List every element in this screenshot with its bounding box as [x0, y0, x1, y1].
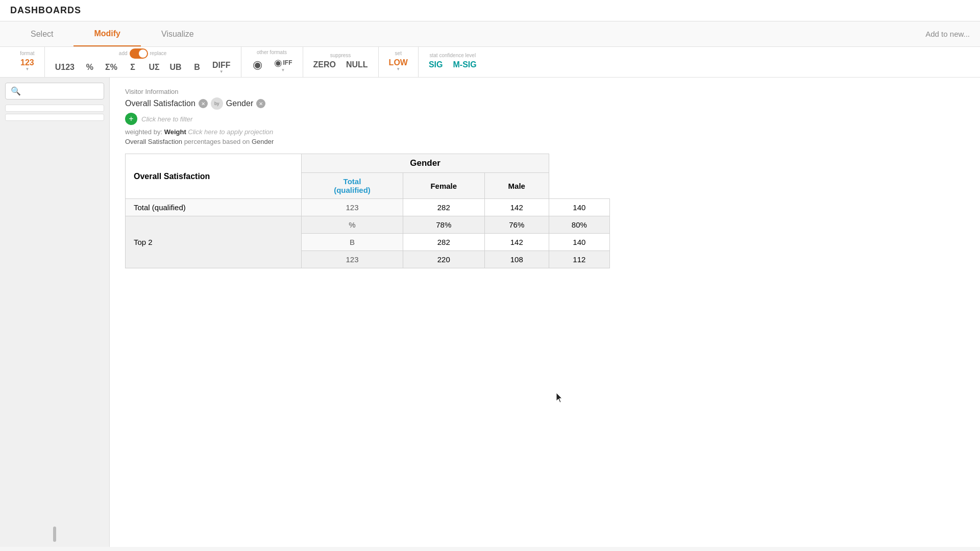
toolbar-set-section: set LOW ▼	[379, 47, 419, 77]
tab-select[interactable]: Select	[10, 22, 74, 46]
row-subtype-top2-123: 123	[302, 251, 403, 268]
cell-top2-percent-female: 76%	[484, 216, 549, 234]
filter-tag-close-gender[interactable]: ✕	[256, 99, 265, 108]
toolbar-item-low[interactable]: LOW ▼	[385, 56, 412, 73]
toolbar-item-u123[interactable]: U123	[51, 59, 79, 76]
toolbar-item-percent[interactable]: %	[80, 59, 100, 76]
filter-tag-main-label: Overall Satisfaction	[125, 99, 195, 108]
filter-by-icon: by	[211, 97, 223, 110]
toolbar-stat-confidence-section: stat confidence level SIG M-SIG	[419, 47, 487, 77]
table-row: Total (qualified) 123 282 142 140	[126, 199, 610, 216]
apply-projection-link[interactable]: Click here to apply projection	[188, 128, 273, 136]
search-box[interactable]: 🔍	[5, 83, 104, 99]
toggle-knob	[139, 49, 147, 58]
filter-desc: Overall Satisfaction percentages based o…	[125, 138, 965, 145]
col-male: Male	[484, 173, 549, 199]
toolbar-suppress-section: suppress ZERO NULL	[303, 47, 379, 77]
toolbar-replace-label: replace	[150, 51, 167, 56]
add-to-new[interactable]: Add to new...	[925, 30, 970, 38]
cell-top2-123-female: 108	[484, 251, 549, 268]
sidebar: 🔍	[0, 78, 110, 547]
table-row-header: Overall Satisfaction	[126, 154, 302, 199]
toolbar-format-section: format 123 ▼	[10, 47, 45, 77]
cell-top2-123-total: 220	[403, 251, 484, 268]
filter-tag-close-overall[interactable]: ✕	[199, 99, 208, 108]
toolbar-item-zero[interactable]: ZERO	[309, 58, 340, 71]
row-label-total: Total (qualified)	[126, 199, 302, 216]
toolbar-other-formats-section: other formats ◉ ◉ IFF ▼	[241, 47, 303, 77]
toolbar-item-sigma-percent[interactable]: Σ%	[101, 59, 121, 76]
filter-tags: Overall Satisfaction ✕ by Gender ✕	[125, 97, 965, 110]
toolbar-item-usigma[interactable]: UΣ	[144, 59, 164, 76]
sidebar-list-item-1[interactable]	[5, 105, 104, 112]
filter-section-title: Visitor Information	[125, 88, 965, 95]
filter-tag-gender: Gender	[226, 99, 253, 108]
nav-tabs-bar: Select Modify Visualize Add to new...	[0, 21, 980, 47]
toolbar-stat-label: stat confidence level	[430, 53, 476, 58]
row-label-top2: Top 2	[126, 216, 302, 268]
tab-visualize[interactable]: Visualize	[141, 22, 214, 46]
toolbar: format 123 ▼ add replace U123	[0, 47, 980, 78]
toolbar-other-formats-label: other formats	[257, 49, 287, 55]
tab-modify[interactable]: Modify	[74, 22, 141, 46]
cell-top2-b-male: 140	[549, 234, 609, 251]
toolbar-item-diff[interactable]: DIFF ▼	[208, 59, 235, 76]
toolbar-item-null[interactable]: NULL	[342, 58, 372, 71]
toolbar-add-replace-section: add replace U123 % Σ%	[45, 47, 241, 77]
data-table: Overall Satisfaction Gender Total(qualif…	[125, 154, 610, 268]
cell-top2-percent-total: 78%	[403, 216, 484, 234]
col-female: Female	[403, 173, 484, 199]
toolbar-item-circle-diff[interactable]: ◉ IFF ▼	[270, 55, 297, 74]
toolbar-item-sigma[interactable]: Σ	[122, 59, 143, 76]
filter-desc-main: Overall Satisfaction	[125, 138, 182, 145]
toolbar-add-label: add	[119, 51, 128, 56]
filter-tag-overall-satisfaction: Overall Satisfaction	[125, 99, 195, 108]
row-subtype-total: 123	[302, 199, 403, 216]
col-total: Total(qualified)	[302, 173, 403, 199]
toolbar-item-ub[interactable]: UB	[165, 59, 186, 76]
content-area: Visitor Information Overall Satisfaction…	[110, 78, 980, 547]
toolbar-suppress-label: suppress	[330, 53, 351, 58]
toolbar-item-sig[interactable]: SIG	[425, 58, 447, 71]
row-subtype-top2-b: B	[302, 234, 403, 251]
cell-top2-percent-male: 80%	[549, 216, 609, 234]
cell-top2-b-total: 282	[403, 234, 484, 251]
gender-header: Gender	[302, 154, 549, 173]
search-icon: 🔍	[11, 86, 21, 96]
top-header: DASHBOARDS	[0, 0, 980, 21]
row-subtype-top2-percent: %	[302, 216, 403, 234]
filter-add-button[interactable]: +	[125, 113, 137, 125]
add-replace-toggle[interactable]	[130, 48, 148, 59]
filter-click-label[interactable]: Click here to filter	[141, 115, 192, 123]
toolbar-item-msig[interactable]: M-SIG	[449, 58, 481, 71]
toggle-switch[interactable]	[130, 48, 148, 59]
cell-total-female: 142	[484, 199, 549, 216]
toolbar-set-label: set	[395, 51, 402, 56]
main-layout: 🔍 Visitor Information Overall Satisfacti…	[0, 78, 980, 547]
filter-desc-gender: Gender	[252, 138, 274, 145]
toolbar-item-b[interactable]: B	[187, 59, 207, 76]
sidebar-list-item-2[interactable]	[5, 114, 104, 121]
filter-desc-percentages: percentages based on	[184, 138, 250, 145]
toolbar-item-circle-right[interactable]: ◉	[248, 55, 268, 74]
filter-area: Visitor Information Overall Satisfaction…	[125, 88, 965, 145]
filter-tag-gender-label: Gender	[226, 99, 253, 108]
toolbar-format-label: format	[20, 51, 34, 56]
cell-top2-123-male: 112	[549, 251, 609, 268]
filter-weighted: weighted by: Weight Click here to apply …	[125, 128, 965, 136]
table-row: Top 2 % 78% 76% 80%	[126, 216, 610, 234]
cell-total-male: 140	[549, 199, 609, 216]
sidebar-scroll-bar	[53, 527, 56, 542]
app-title: DASHBOARDS	[10, 5, 81, 15]
weight-label: Weight	[164, 128, 186, 136]
toolbar-item-123[interactable]: 123 ▼	[16, 56, 38, 73]
cell-top2-b-female: 142	[484, 234, 549, 251]
cell-total-total: 282	[403, 199, 484, 216]
